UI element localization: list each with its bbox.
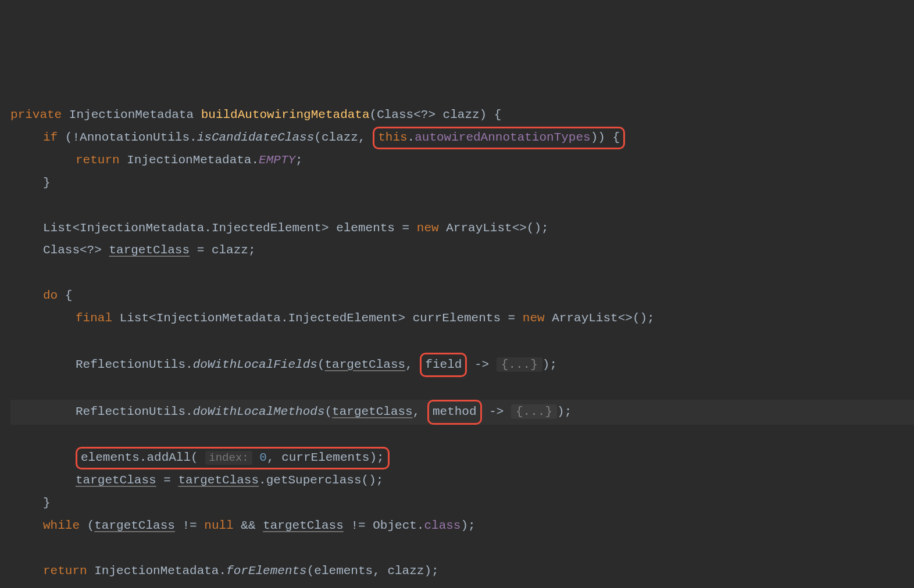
diamond: <> bbox=[512, 221, 527, 235]
keyword-if: if bbox=[43, 131, 58, 144]
dot: . bbox=[185, 358, 193, 371]
comma: , bbox=[373, 564, 380, 578]
rparen: ) bbox=[557, 405, 565, 418]
type-injectionmetadata: InjectionMetadata bbox=[156, 311, 281, 325]
code-fold[interactable]: {...} bbox=[497, 357, 542, 372]
blank-line bbox=[10, 195, 914, 217]
semicolon: ; bbox=[377, 451, 384, 464]
code-line: if (!AnnotationUtils.isCandidateClass(cl… bbox=[10, 127, 914, 149]
dot: . bbox=[408, 131, 415, 144]
call-dowithlocalmethods: doWithLocalMethods bbox=[193, 405, 325, 418]
rparen: ) bbox=[598, 131, 605, 144]
lparen: ( bbox=[633, 311, 640, 325]
hint-label: index: bbox=[209, 451, 248, 464]
lbrace: { bbox=[612, 131, 620, 144]
assign: = bbox=[508, 311, 516, 325]
arg-clazz: clazz bbox=[322, 131, 358, 144]
rparen: ) bbox=[640, 311, 648, 325]
var-targetclass: targetClass bbox=[76, 474, 156, 487]
code-fold[interactable]: {...} bbox=[511, 404, 557, 419]
code-line: } bbox=[10, 492, 914, 515]
type-arraylist: ArrayList bbox=[552, 311, 617, 325]
semicolon: ; bbox=[549, 358, 557, 371]
dot: . bbox=[251, 153, 259, 167]
rparen: ) bbox=[534, 221, 541, 235]
highlight-box-autowired: this.autowiredAnnotationTypes)) { bbox=[373, 127, 625, 149]
rbrace: } bbox=[43, 496, 51, 510]
semicolon: ; bbox=[468, 519, 476, 532]
keyword-return: return bbox=[43, 564, 87, 578]
blank-line bbox=[10, 330, 914, 353]
comma: , bbox=[267, 451, 274, 464]
lparen: ( bbox=[317, 358, 325, 371]
dot: . bbox=[281, 311, 288, 325]
semicolon: ; bbox=[431, 564, 439, 578]
code-line: private InjectionMetadata buildAutowirin… bbox=[10, 104, 914, 127]
gt: > bbox=[322, 221, 329, 235]
lbrace: { bbox=[65, 289, 73, 302]
code-line: ReflectionUtils.doWithLocalFields(target… bbox=[10, 353, 914, 378]
dot: . bbox=[259, 474, 266, 487]
dot: . bbox=[140, 451, 147, 464]
keyword-do: do bbox=[43, 289, 58, 302]
lambda-param-method: method bbox=[433, 405, 477, 418]
lt: < bbox=[149, 311, 156, 325]
static-field-empty: EMPTY bbox=[259, 153, 295, 167]
lparen: ( bbox=[527, 221, 534, 235]
rparen: ) bbox=[369, 451, 377, 464]
lbrace: { bbox=[494, 108, 502, 121]
code-line: return InjectionMetadata.forElements(ele… bbox=[10, 560, 914, 583]
highlight-box-field: field bbox=[420, 353, 467, 378]
lparen: ( bbox=[87, 519, 95, 532]
type-injectionmetadata: InjectionMetadata bbox=[69, 108, 194, 121]
dot: . bbox=[204, 221, 212, 235]
keyword-this: this bbox=[378, 131, 407, 144]
wildcard: <?> bbox=[80, 243, 102, 257]
rparen: ) bbox=[591, 131, 598, 144]
comma: , bbox=[413, 405, 420, 418]
var-targetclass: targetClass bbox=[109, 243, 190, 257]
rparen: ) bbox=[369, 474, 376, 487]
blank-line bbox=[10, 425, 914, 447]
var-targetclass: targetClass bbox=[332, 405, 413, 418]
type-injectionmetadata: InjectionMetadata bbox=[94, 564, 219, 578]
type-injectedelement: InjectedElement bbox=[212, 221, 322, 235]
lparen: ( bbox=[314, 131, 322, 144]
highlight-box-addall: elements.addAll( index: 0, currElements)… bbox=[76, 447, 390, 469]
arrow: -> bbox=[474, 358, 489, 371]
comma: , bbox=[405, 358, 413, 371]
lt: < bbox=[72, 221, 80, 235]
type-injectionmetadata: InjectionMetadata bbox=[80, 221, 204, 235]
keyword-while: while bbox=[43, 519, 80, 532]
neq: != bbox=[182, 519, 197, 532]
keyword-private: private bbox=[10, 108, 62, 121]
code-editor[interactable]: private InjectionMetadata buildAutowirin… bbox=[10, 104, 914, 588]
type-object: Object bbox=[373, 519, 417, 532]
code-line: List<InjectionMetadata.InjectedElement> … bbox=[10, 217, 914, 240]
blank-line bbox=[10, 262, 914, 285]
wildcard: <?> bbox=[413, 108, 435, 121]
assign: = bbox=[197, 243, 205, 257]
code-line: Class<?> targetClass = clazz; bbox=[10, 239, 914, 262]
var-targetclass: targetClass bbox=[178, 474, 259, 487]
class-reflectionutils: ReflectionUtils bbox=[76, 358, 185, 371]
code-line: } bbox=[10, 172, 914, 195]
call-dowithlocalfields: doWithLocalFields bbox=[193, 358, 317, 371]
dot: . bbox=[417, 519, 424, 532]
keyword-final: final bbox=[76, 311, 112, 325]
code-line: elements.addAll( index: 0, currElements)… bbox=[10, 447, 914, 469]
keyword-null: null bbox=[204, 519, 233, 532]
ident-currelements: currElements bbox=[281, 451, 369, 464]
hint-value: 0 bbox=[259, 451, 267, 464]
dot: . bbox=[190, 131, 197, 144]
lparen: ( bbox=[65, 131, 73, 144]
semicolon: ; bbox=[541, 221, 549, 235]
type-injectionmetadata: InjectionMetadata bbox=[127, 153, 251, 167]
rbrace: } bbox=[43, 176, 51, 189]
type-list: List bbox=[43, 221, 72, 235]
dot: . bbox=[219, 564, 226, 578]
semicolon: ; bbox=[248, 243, 256, 257]
method-decl-name: buildAutowiringMetadata bbox=[201, 108, 370, 121]
class-annotationutils: AnnotationUtils bbox=[80, 131, 190, 144]
keyword-return: return bbox=[76, 153, 120, 167]
